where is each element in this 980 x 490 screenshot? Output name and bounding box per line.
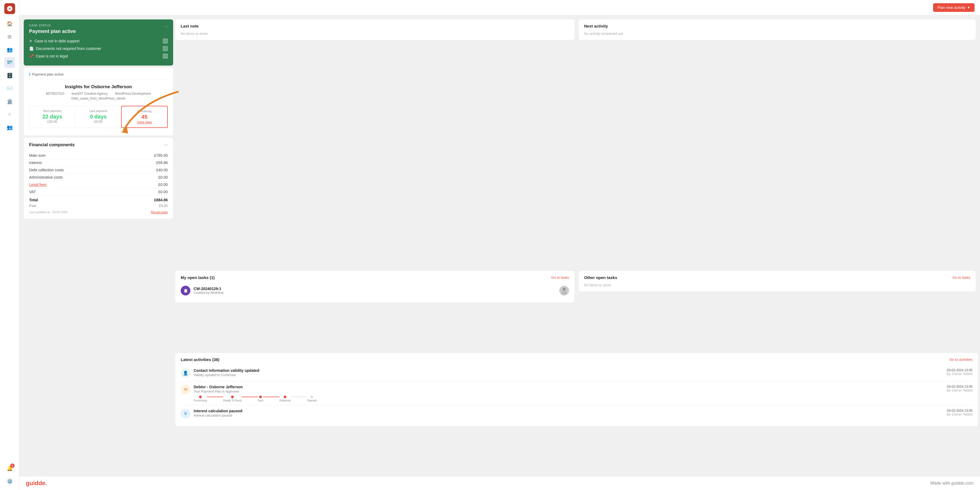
status-debt-checkbox[interactable] bbox=[163, 38, 168, 43]
task-info: CW-20240129-1 Created by Workflow bbox=[194, 287, 556, 295]
progress-line-3 bbox=[263, 397, 279, 397]
pin-icon: 📌 bbox=[29, 54, 34, 58]
progress-label-opened: Opened bbox=[307, 399, 317, 402]
go-to-other-tasks-link[interactable]: Go to tasks bbox=[953, 276, 970, 279]
activity-sub-interest: Interest calculation paused bbox=[194, 413, 943, 417]
next-payment-stat: Next payment 22 days £20.00 bbox=[29, 106, 75, 128]
sidebar-item-team[interactable]: 👥 bbox=[4, 122, 15, 133]
sidebar-item-home[interactable]: 🏠 bbox=[4, 18, 15, 29]
activities-header: Latest activities (38) Go to activities bbox=[181, 357, 972, 362]
activity-sub-contact: Validity updated to Confirmed bbox=[194, 373, 943, 377]
progress-label-processing: Processing bbox=[194, 399, 207, 402]
my-tasks-section: My open tasks (1) Go to tasks 📋 CW-20240… bbox=[175, 269, 577, 353]
recalculate-link[interactable]: Recalculate bbox=[151, 211, 168, 214]
activities-section: Latest activities (38) Go to activities … bbox=[175, 353, 978, 474]
progress-label-ready: Ready To Send bbox=[223, 399, 241, 402]
remaining-label: Remaining bbox=[125, 110, 164, 113]
financial-row-legal: Legal fees £0.00 bbox=[29, 181, 168, 188]
progress-dot-delivered bbox=[284, 396, 286, 398]
svg-point-0 bbox=[563, 287, 566, 291]
status-item-debt: ✳ Case is not in debt support bbox=[29, 38, 168, 43]
sidebar-item-bank[interactable]: 🏛️ bbox=[4, 96, 15, 107]
chevron-down-icon: ▼ bbox=[967, 6, 970, 10]
legal-fees-value: £0.00 bbox=[158, 182, 168, 187]
legal-fees-label[interactable]: Legal fees bbox=[29, 182, 47, 187]
progress-line-1 bbox=[207, 397, 223, 397]
status-legal-checkbox[interactable] bbox=[163, 54, 168, 59]
activity-item-email: ✉ Debtor - Osborne Jefferson Your Paymen… bbox=[181, 381, 972, 405]
sidebar-item-dashboard[interactable]: ⊞ bbox=[4, 31, 15, 42]
sidebar-item-integrations[interactable]: ⑂ bbox=[4, 109, 15, 120]
made-with-text: Made with guidde.com bbox=[931, 481, 974, 486]
info-icon: ℹ bbox=[29, 72, 30, 77]
activity-icon-email: ✉ bbox=[181, 385, 190, 394]
financial-row-main-sum: Main sum £785.00 bbox=[29, 152, 168, 159]
financial-paid-row: Paid £0.00 bbox=[29, 203, 168, 208]
updated-label: Last updated at: 03-02-2024 bbox=[29, 211, 67, 214]
next-activity-title: Next activity bbox=[584, 24, 970, 28]
vat-value: £0.00 bbox=[158, 190, 168, 194]
task-sub: Created by Workflow bbox=[194, 291, 556, 295]
financial-title: Financial components bbox=[29, 142, 75, 147]
activity-by-interest: By: Darren Tebbitt bbox=[947, 413, 972, 417]
sidebar-item-database[interactable]: 🗄️ bbox=[4, 70, 15, 81]
paid-value: £0.00 bbox=[159, 204, 168, 208]
insights-title: Insights for Osborne Jefferson bbox=[29, 84, 168, 89]
payment-stats-grid: Next payment 22 days £20.00 Last payment… bbox=[29, 106, 168, 128]
case-status-title: Case status bbox=[29, 24, 168, 27]
svg-point-1 bbox=[562, 291, 567, 295]
task-icon: 📋 bbox=[181, 286, 190, 295]
sidebar-item-notifications[interactable]: 🔔 5 bbox=[4, 463, 15, 474]
go-to-activities-link[interactable]: Go to activities bbox=[950, 358, 972, 362]
financial-row-debt-collection: Debt collection costs £40.00 bbox=[29, 166, 168, 174]
activity-by-contact: By: Darren Tebbitt bbox=[947, 372, 972, 376]
total-value: £884.86 bbox=[154, 198, 168, 202]
view-plan-link[interactable]: View plan bbox=[125, 120, 164, 124]
sidebar-item-settings[interactable]: ⚙️ bbox=[4, 476, 15, 487]
activity-date-interest: 03-02-2024 13:05 bbox=[947, 409, 972, 413]
my-tasks-header: My open tasks (1) Go to tasks bbox=[181, 275, 569, 280]
last-payment-amount: £0.00 bbox=[79, 120, 118, 124]
bottom-bar: guidde. Made with guidde.com bbox=[19, 476, 980, 490]
sidebar-item-contacts[interactable]: 👥 bbox=[4, 44, 15, 55]
financial-more-icon[interactable]: ··· bbox=[164, 142, 168, 148]
other-tasks-section: Other open tasks Go to tasks No items to… bbox=[577, 269, 978, 353]
sidebar-item-mail[interactable]: ✉️ bbox=[4, 83, 15, 94]
total-label: Total bbox=[29, 198, 38, 202]
financial-updated-row: Last updated at: 03-02-2024 Recalculate bbox=[29, 211, 168, 214]
task-assignee-avatar bbox=[559, 286, 569, 295]
progress-dot-opened bbox=[310, 396, 313, 398]
financial-row-admin: Administrative costs £0.00 bbox=[29, 174, 168, 181]
progress-line-4 bbox=[291, 397, 307, 397]
progress-step-opened: Opened bbox=[307, 396, 317, 402]
activity-item-interest: ⏸ Interest calculation paused Interest c… bbox=[181, 405, 972, 422]
activity-title-contact: Contact information validity updated bbox=[194, 368, 943, 373]
next-payment-value: 22 days bbox=[33, 113, 72, 120]
next-payment-amount: £20.00 bbox=[33, 120, 72, 124]
app-logo[interactable] bbox=[4, 3, 15, 14]
go-to-tasks-link[interactable]: Go to tasks bbox=[551, 276, 569, 279]
sidebar-item-cases[interactable]: 🪪 bbox=[4, 57, 15, 68]
plan-new-activity-button[interactable]: Plan new activity ▼ bbox=[933, 3, 975, 12]
case-status-value: Payment plan active bbox=[29, 29, 168, 34]
case-status-more-icon[interactable]: ··· bbox=[165, 24, 169, 29]
status-documents-checkbox[interactable] bbox=[163, 46, 168, 51]
main-sum-value: £785.00 bbox=[154, 153, 168, 158]
task-item: 📋 CW-20240129-1 Created by Workflow bbox=[181, 283, 569, 298]
other-tasks-header: Other open tasks Go to tasks bbox=[584, 275, 970, 280]
status-documents-label: Documents not required from customer bbox=[36, 46, 102, 51]
status-debt-label: Case is not in debt support bbox=[35, 39, 80, 43]
payment-plan-notice: ℹ Payment plan active bbox=[29, 72, 168, 80]
payment-plan-info-card: ℹ Payment plan active Insights for Osbor… bbox=[24, 68, 173, 136]
activity-sub-email: Your Payment Plan is Approved bbox=[194, 389, 943, 393]
main-sum-label: Main sum bbox=[29, 153, 46, 158]
content-grid: Case status Payment plan active ··· ✳ Ca… bbox=[19, 15, 980, 476]
activity-item-contact: 👤 Contact information validity updated V… bbox=[181, 365, 972, 381]
activity-date-contact: 03-02-2024 13:05 bbox=[947, 368, 972, 372]
financial-total-row: Total £884.86 bbox=[29, 196, 168, 203]
interest-label: Interest bbox=[29, 161, 42, 165]
next-activity-empty: No activity scheduled yet bbox=[584, 32, 970, 36]
other-tasks-card: Other open tasks Go to tasks No items to… bbox=[579, 271, 976, 291]
activity-content-interest: Interest calculation paused Interest cal… bbox=[194, 409, 943, 417]
financial-header: Financial components ··· bbox=[29, 142, 168, 148]
